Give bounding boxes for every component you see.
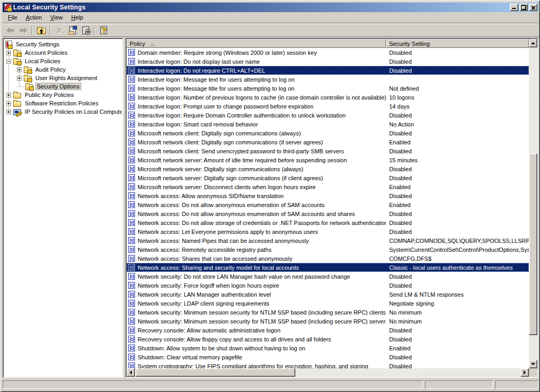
policy-name: Interactive logon: Number of previous lo…	[138, 94, 386, 101]
close-button[interactable]	[529, 4, 537, 11]
menu-action[interactable]: Action	[22, 13, 46, 22]
policy-row[interactable]: Interactive logon: Require Domain Contro…	[127, 111, 529, 120]
policy-icon	[128, 255, 135, 262]
policy-row[interactable]: Network access: Named Pipes that can be …	[127, 236, 529, 245]
expand-icon[interactable]	[6, 93, 11, 97]
policy-row[interactable]: Interactive logon: Do not require CTRL+A…	[127, 66, 529, 75]
policy-setting-value: Disabled	[386, 363, 529, 369]
policy-row[interactable]: Shutdown: Clear virtual memory pagefileD…	[127, 352, 529, 361]
tree-item-label: Local Policies	[23, 57, 62, 65]
expand-icon[interactable]	[17, 76, 22, 81]
policy-row[interactable]: Interactive logon: Message text for user…	[127, 75, 529, 84]
policy-row[interactable]: Interactive logon: Do not display last u…	[127, 57, 529, 66]
policy-row[interactable]: Interactive logon: Message title for use…	[127, 84, 529, 93]
help-button[interactable]	[97, 25, 110, 36]
policy-row[interactable]: Interactive logon: Number of previous lo…	[127, 93, 529, 102]
back-icon	[6, 27, 14, 33]
horizontal-scrollbar-thumb[interactable]	[136, 368, 295, 377]
tree-item-ip-security-policies-on-local-computer[interactable]: IP Security Policies on Local Computer	[4, 107, 122, 116]
up-one-level-button[interactable]	[35, 25, 47, 36]
policy-name: Network access: Allow anonymous SID/Name…	[138, 193, 386, 199]
policy-row[interactable]: Network security: Do not store LAN Manag…	[127, 272, 529, 281]
column-header-policy[interactable]: Policy	[127, 39, 386, 48]
minimize-button[interactable]	[510, 4, 518, 11]
scroll-up-button[interactable]	[529, 39, 537, 47]
policy-row[interactable]: Network access: Allow anonymous SID/Name…	[127, 191, 529, 200]
policy-row[interactable]: Microsoft network client: Send unencrypt…	[127, 146, 529, 155]
tree-item-audit-policy[interactable]: Audit Policy	[4, 65, 122, 74]
policy-row[interactable]: Network access: Remotely accessible regi…	[127, 245, 529, 254]
policy-icon	[128, 210, 135, 217]
policy-row[interactable]: Microsoft network server: Digitally sign…	[127, 173, 529, 182]
policy-icon	[128, 264, 135, 271]
policy-name: Interactive logon: Message title for use…	[138, 85, 386, 92]
policy-row[interactable]: Microsoft network server: Amount of idle…	[127, 155, 529, 164]
policy-row[interactable]: Network security: Minimum session securi…	[127, 317, 529, 326]
policy-name: Network security: Minimum session securi…	[138, 318, 386, 325]
security-root-icon	[5, 41, 12, 48]
column-header-policy-label: Policy	[130, 41, 145, 47]
policy-row[interactable]: Network security: LDAP client signing re…	[127, 299, 529, 308]
policy-row[interactable]: Network access: Shares that can be acces…	[127, 254, 529, 263]
status-bar-segment	[425, 380, 493, 389]
policy-row[interactable]: Network access: Do not allow storage of …	[127, 218, 529, 227]
horizontal-scrollbar[interactable]	[127, 368, 529, 377]
policy-icon	[128, 85, 135, 92]
policy-row[interactable]: Microsoft network client: Digitally sign…	[127, 129, 529, 138]
column-header-security-setting[interactable]: Security Setting	[386, 39, 529, 48]
expand-icon[interactable]	[17, 67, 22, 72]
policy-row[interactable]: Network access: Do not allow anonymous e…	[127, 200, 529, 209]
tree-item-public-key-policies[interactable]: Public Key Policies	[4, 91, 122, 99]
policy-icon	[128, 148, 135, 154]
title-bar[interactable]: Local Security Settings	[3, 3, 538, 12]
expand-icon[interactable]	[6, 110, 11, 114]
policy-row[interactable]: Interactive logon: Smart card removal be…	[127, 120, 529, 129]
tree-item-account-policies[interactable]: Account Policies	[4, 48, 122, 57]
local-security-settings-window: Local Security Settings FileActionViewHe…	[0, 0, 540, 392]
up-one-level-icon	[37, 28, 46, 34]
tree-item-security-settings[interactable]: Security Settings	[4, 40, 122, 48]
policy-name: Network security: Minimum session securi…	[138, 309, 386, 316]
window-title: Local Security Settings	[13, 4, 510, 11]
policy-setting-value: Negotiate signing	[386, 300, 529, 307]
policy-row[interactable]: Microsoft network server: Digitally sign…	[127, 164, 529, 173]
export-list-button[interactable]	[79, 25, 92, 36]
policy-row[interactable]: Network access: Sharing and security mod…	[127, 263, 529, 272]
expand-icon[interactable]	[6, 51, 11, 55]
menu-view[interactable]: View	[46, 13, 67, 22]
policy-row[interactable]: Network access: Let Everyone permissions…	[127, 227, 529, 236]
policy-row[interactable]: Network security: Force logoff when logo…	[127, 281, 529, 290]
policy-setting-value: Disabled	[386, 166, 529, 172]
policy-row[interactable]: Domain member: Require strong (Windows 2…	[127, 48, 529, 57]
collapse-icon[interactable]	[6, 59, 11, 64]
policy-row[interactable]: Network access: Do not allow anonymous e…	[127, 209, 529, 218]
properties-button[interactable]	[66, 25, 79, 36]
tree-item-user-rights-assignment[interactable]: User Rights Assignment	[4, 74, 122, 82]
policy-icon	[128, 345, 135, 351]
policy-row[interactable]: Network security: LAN Manager authentica…	[127, 290, 529, 299]
policy-row[interactable]: Recovery console: Allow automatic admini…	[127, 326, 529, 335]
policy-row[interactable]: Interactive logon: Prompt user to change…	[127, 102, 529, 111]
vertical-scrollbar-thumb[interactable]	[529, 153, 537, 335]
restore-button[interactable]	[519, 4, 528, 11]
menu-help[interactable]: Help	[67, 13, 88, 22]
tree-item-local-policies[interactable]: Local Policies	[4, 57, 122, 65]
scroll-left-button[interactable]	[127, 368, 135, 377]
scroll-right-button[interactable]	[520, 368, 529, 377]
tree-item-security-options[interactable]: Security Options	[4, 82, 122, 91]
policy-row[interactable]: Shutdown: Allow system to be shut down w…	[127, 344, 529, 352]
policy-row[interactable]: Microsoft network server: Disconnect cli…	[127, 182, 529, 191]
policy-setting-value: 10 logons	[386, 94, 529, 101]
expand-icon[interactable]	[6, 101, 11, 106]
policy-icon	[128, 76, 135, 83]
vertical-scrollbar[interactable]	[529, 39, 537, 368]
policy-icon	[128, 327, 135, 334]
policy-row[interactable]: Microsoft network client: Digitally sign…	[127, 138, 529, 146]
policy-row[interactable]: System cryptography: Use FIPS compliant …	[127, 361, 529, 368]
menu-file[interactable]: File	[4, 13, 22, 22]
scroll-down-button[interactable]	[529, 360, 537, 368]
tree-item-software-restriction-policies[interactable]: Software Restriction Policies	[4, 99, 122, 107]
policy-setting-value: Disabled	[386, 336, 529, 342]
policy-row[interactable]: Recovery console: Allow floppy copy and …	[127, 335, 529, 344]
policy-row[interactable]: Network security: Minimum session securi…	[127, 308, 529, 317]
